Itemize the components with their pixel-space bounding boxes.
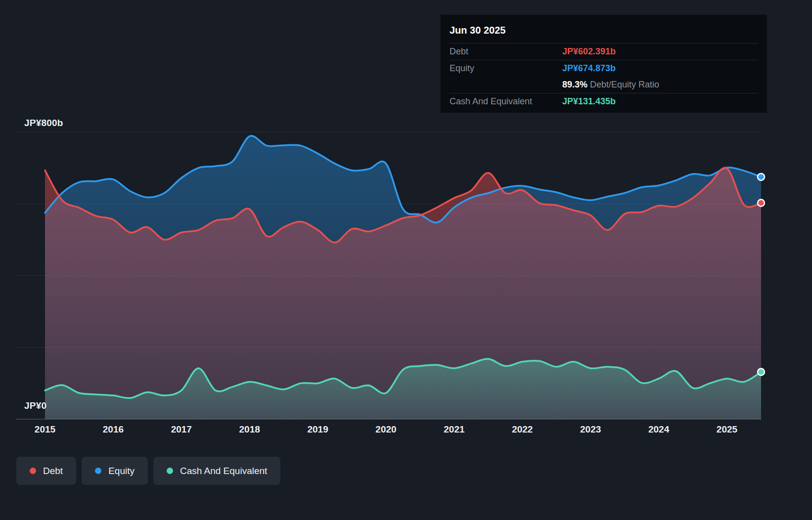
x-axis-label-2022: 2022	[500, 424, 544, 435]
equity-legend-dot-icon	[95, 468, 101, 474]
debt-legend-dot-icon	[30, 468, 36, 474]
tooltip-equity-row: Equity JP¥674.873b	[450, 60, 758, 77]
y-axis-label-0: JP¥0	[24, 400, 46, 411]
tooltip-cash-label: Cash And Equivalent	[450, 96, 562, 107]
legend-item-debt[interactable]: Debt	[16, 457, 76, 485]
tooltip-cash-row: Cash And Equivalent JP¥131.435b	[450, 93, 758, 110]
tooltip-debt-value: JP¥602.391b	[562, 46, 616, 57]
tooltip-ratio-caption: Debt/Equity Ratio	[590, 80, 659, 89]
tooltip-cash-value: JP¥131.435b	[562, 96, 616, 107]
tooltip-debt-label: Debt	[450, 46, 562, 57]
legend-item-equity[interactable]: Equity	[82, 457, 148, 485]
x-axis-label-2025: 2025	[705, 424, 749, 435]
legend: Debt Equity Cash And Equivalent	[16, 457, 280, 485]
legend-item-equity-label: Equity	[108, 466, 135, 477]
chart-tooltip: Jun 30 2025 Debt JP¥602.391b Equity JP¥6…	[441, 15, 767, 113]
tooltip-date: Jun 30 2025	[450, 20, 758, 43]
y-axis-label-800b: JP¥800b	[24, 118, 63, 129]
tooltip-ratio-percent: 89.3%	[562, 80, 587, 89]
debt-endpoint-marker[interactable]	[758, 200, 765, 207]
x-axis-label-2023: 2023	[568, 424, 613, 435]
tooltip-debt-row: Debt JP¥602.391b	[450, 43, 758, 60]
tooltip-ratio-value: 89.3% Debt/Equity Ratio	[562, 80, 659, 90]
legend-item-cash-label: Cash And Equivalent	[180, 466, 267, 477]
legend-item-cash[interactable]: Cash And Equivalent	[153, 457, 280, 485]
x-axis-label-2021: 2021	[432, 424, 476, 435]
debt-equity-history-chart: JP¥800b JP¥0 201520162017201820192020202…	[0, 0, 812, 520]
tooltip-ratio-row: 89.3% Debt/Equity Ratio	[450, 77, 758, 93]
x-axis-label-2018: 2018	[227, 424, 272, 435]
legend-item-debt-label: Debt	[43, 466, 63, 477]
x-axis-label-2024: 2024	[636, 424, 681, 435]
x-axis-label-2017: 2017	[159, 424, 204, 435]
cash-legend-dot-icon	[167, 468, 173, 474]
x-axis-label-2016: 2016	[91, 424, 135, 435]
tooltip-equity-value: JP¥674.873b	[562, 63, 616, 74]
x-axis-label-2015: 2015	[23, 424, 67, 435]
x-axis-label-2019: 2019	[296, 424, 340, 435]
x-axis-label-2020: 2020	[364, 424, 408, 435]
tooltip-equity-label: Equity	[450, 63, 562, 74]
cash-endpoint-marker[interactable]	[758, 369, 765, 376]
equity-endpoint-marker[interactable]	[758, 173, 765, 180]
